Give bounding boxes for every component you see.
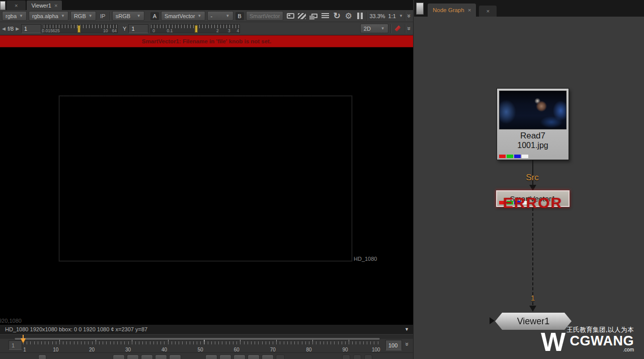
divider	[390, 24, 391, 33]
error-message: SmartVector1: Filename in 'file' knob is…	[142, 38, 271, 44]
ruler-label: 30	[125, 347, 131, 352]
input-process-toggle[interactable]: IP	[98, 12, 108, 21]
tab-empty[interactable]: ×	[479, 6, 497, 17]
transport-button[interactable]	[127, 354, 139, 359]
frame-ruler[interactable]: 1 10 20 30 40 50 60 70 80 90 100	[23, 340, 381, 353]
layer-dropdown[interactable]: rgba▼	[2, 11, 27, 21]
transport-button[interactable]	[155, 354, 167, 359]
ruler-label: 70	[270, 347, 276, 352]
close-icon[interactable]: ×	[15, 3, 18, 9]
b-buffer-dropdown[interactable]: SmartVector	[246, 11, 284, 21]
wipe-icon[interactable]	[297, 12, 307, 21]
zoom-level[interactable]: 33.3%	[369, 13, 385, 19]
gain-slider[interactable]: 0.015625 1 10 64	[43, 24, 118, 33]
viewer-side-input-arrow-icon	[490, 317, 495, 324]
node-graph-panel: Node Graph × × Read7 1001.jpg Src SmartV…	[414, 0, 644, 359]
gear-icon[interactable]: ⚙	[344, 12, 353, 21]
transport-button[interactable]	[262, 354, 274, 359]
roi-icon[interactable]	[285, 12, 295, 21]
node-graph-tabbar: Node Graph × ×	[414, 0, 644, 17]
viewer-process-dropdown[interactable]: sRGB▼	[112, 11, 144, 21]
scanline-icon[interactable]	[320, 12, 330, 21]
gain-prev-arrow-icon[interactable]: ◀	[2, 26, 6, 31]
channel-strip	[499, 155, 528, 158]
refresh-icon[interactable]: ↻	[332, 12, 342, 21]
watermark-logo: W	[541, 332, 566, 352]
ruler-label: 60	[234, 347, 239, 352]
pause-icon[interactable]	[355, 12, 365, 21]
tab-empty[interactable]: ×	[7, 1, 26, 10]
gamma-slider-handle[interactable]	[195, 25, 198, 33]
close-icon[interactable]: ×	[54, 3, 57, 9]
ab-blend-dropdown[interactable]: -▼	[207, 11, 233, 21]
gamma-label[interactable]: Y	[123, 26, 126, 32]
gain-slider-handle[interactable]	[78, 25, 80, 33]
transport-button[interactable]	[364, 354, 372, 359]
pane-split-icon[interactable]	[0, 1, 6, 10]
transport-button[interactable]	[248, 354, 260, 359]
viewer-toolbar-top: rgba▼ rgba.alpha▼ RGB▼ IP sRGB▼ A SmartV…	[0, 10, 413, 22]
status-dropdown-arrow-icon[interactable]: ▼	[405, 327, 409, 332]
viewer-canvas[interactable]: HD_1080 920,1080	[0, 47, 413, 325]
transport-button[interactable]	[353, 354, 361, 359]
transport-button[interactable]	[113, 354, 125, 359]
timeline-chevron-icon[interactable]: »	[404, 342, 411, 346]
timeline-scrollbar[interactable]	[0, 335, 413, 339]
ruler-label: 100	[372, 347, 380, 352]
transport-button[interactable]	[38, 354, 46, 359]
node-graph-canvas[interactable]: Read7 1001.jpg Src SmartVector1 ERROR 1 …	[414, 17, 644, 359]
ruler-label: 50	[198, 347, 203, 352]
range-start-box[interactable]: 1	[9, 340, 22, 350]
node-error-label: ERROR	[488, 194, 578, 211]
divider	[367, 12, 367, 21]
rotopaint-brush-icon[interactable]	[393, 24, 403, 33]
transport-controls	[0, 352, 413, 359]
close-icon[interactable]: ×	[468, 7, 471, 13]
gamma-slider[interactable]: 0 0.1 1 2 3 4	[150, 24, 240, 33]
viewer-status-bar: HD_1080 1920x1080 bbox: 0 0 1920 1080 ¢ …	[0, 325, 413, 334]
ruler-label: 10	[53, 347, 58, 352]
close-icon[interactable]: ×	[486, 8, 490, 14]
collapse-chevron-icon[interactable]: »	[406, 14, 413, 18]
pane-split-icon[interactable]	[416, 3, 424, 15]
display-channels-dropdown[interactable]: RGB▼	[70, 11, 96, 21]
node-read7[interactable]: Read7 1001.jpg	[497, 88, 569, 160]
gamma-input[interactable]: 1	[128, 24, 148, 33]
collapse-chevron-icon[interactable]: »	[406, 27, 413, 30]
range-end-box[interactable]: 100	[385, 340, 402, 350]
transport-button[interactable]	[219, 354, 231, 359]
gain-next-arrow-icon[interactable]: ▶	[16, 26, 19, 31]
divider	[110, 12, 110, 21]
proxy-icon[interactable]	[309, 12, 318, 21]
ruler-label: 1	[23, 347, 26, 352]
viewer-input-number-label: 1	[526, 294, 540, 302]
transport-button[interactable]	[141, 354, 153, 359]
tab-viewer1[interactable]: Viewer1 ×	[27, 1, 62, 10]
a-buffer-label[interactable]: A	[150, 12, 159, 20]
ruler-label: 80	[306, 347, 312, 352]
zoom-dropdown-arrow[interactable]: ▼	[399, 14, 403, 18]
transport-button[interactable]	[169, 354, 181, 359]
alpha-layer-dropdown[interactable]: rgba.alpha▼	[29, 11, 68, 21]
watermark-tld: .com	[623, 347, 634, 352]
gain-input[interactable]: 1	[21, 24, 41, 33]
transport-button[interactable]	[233, 354, 246, 359]
playhead[interactable]	[21, 338, 26, 343]
fstop-label[interactable]: f/8	[8, 26, 14, 32]
error-banner: SmartVector1: Filename in 'file' knob is…	[0, 35, 413, 47]
transport-button[interactable]	[342, 354, 350, 359]
transport-button[interactable]	[205, 354, 217, 359]
node-file-label: 1001.jpg	[497, 141, 569, 150]
b-buffer-label[interactable]: B	[235, 12, 244, 20]
transport-button[interactable]	[276, 354, 285, 359]
zoom-ratio-button[interactable]: 1:1	[388, 13, 396, 19]
a-buffer-dropdown[interactable]: SmartVector▼	[161, 11, 205, 21]
view-mode-dropdown[interactable]: 2D▼	[360, 24, 388, 33]
connector-arrow-icon	[529, 306, 536, 312]
node-name: Read7	[497, 131, 569, 141]
status-text: HD_1080 1920x1080 bbox: 0 0 1920 1080 ¢ …	[5, 326, 147, 332]
watermark: W 王氏教育集团,以人为本 CGWANG .com	[541, 326, 634, 352]
ruler-label: 20	[89, 347, 95, 352]
tab-node-graph[interactable]: Node Graph ×	[428, 4, 476, 17]
format-label: HD_1080	[354, 256, 377, 262]
